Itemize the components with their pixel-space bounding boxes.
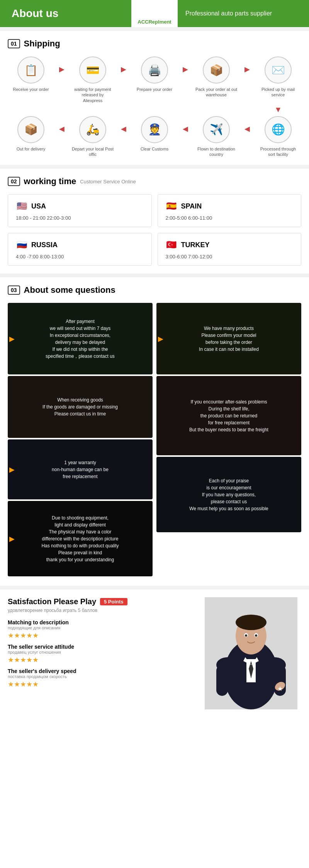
step-label-3: Prepare your order (137, 87, 172, 92)
svg-point-5 (236, 615, 267, 630)
sat-item-title-3: The seller's delivery speed (8, 668, 193, 674)
step-label-5: Picked up by mail service (257, 87, 299, 98)
country-card-turkey: 🇹🇷 TURKEY 3:00-6:00 7:00-12:00 (158, 233, 302, 266)
arrow-r4: ◀ (244, 125, 250, 133)
q-text-1: After paymentwe will send out within 7 d… (46, 318, 115, 360)
flag-turkey: 🇹🇷 (166, 239, 177, 251)
step-customs: 👮 Clear Customs (133, 116, 176, 152)
step-circle-3: 🖨️ (141, 56, 168, 84)
q-arrow-r1: ▶ (158, 335, 163, 343)
step-label-4: Pack your order at out warehouse (195, 87, 238, 98)
step-circle-2: 💳 (79, 56, 106, 84)
about-us-title: About us (12, 7, 58, 20)
step-label-1: Receive your order (13, 87, 49, 92)
step-circle-10: 🌐 (265, 116, 292, 143)
sat-item-1: Matching to description подходящие для о… (8, 619, 193, 640)
brand-name: ACCReplment (138, 19, 171, 27)
sat-right: ★ (201, 597, 301, 709)
questions-title-row: 03 About some questions (8, 285, 301, 295)
shipping-row-2: 📦 Out for delivery ◀ 🛵 Depart your local… (8, 116, 301, 157)
satisfaction-section: Satisfaction Please Play 5 Points удовле… (0, 589, 309, 717)
q-text-4: Due to shooting equipment,light and disp… (41, 514, 119, 563)
step-circle-9: ✈️ (203, 116, 230, 143)
section-num-01: 01 (8, 39, 20, 48)
q-left-block-2: When receiving goodsIf the goods are dam… (8, 376, 153, 438)
questions-section: 03 About some questions ▶ After paymentw… (0, 277, 309, 586)
step-prepare: 🖨️ Prepare your order (133, 56, 176, 92)
sat-item-sub-3: поставка продавцом скорость (8, 674, 193, 679)
q-left-panel: ▶ After paymentwe will send out within 7… (8, 303, 153, 578)
step-pack: 📦 Pack your order at out warehouse (195, 56, 238, 98)
svg-rect-12 (216, 665, 228, 696)
q-overlay-1: ▶ After paymentwe will send out within 7… (8, 303, 153, 374)
q-arrow-3: ▶ (9, 465, 15, 474)
q-overlay-3: ▶ 1 year warrantynon-human damage can be… (8, 439, 153, 499)
step-circle-5: ✉️ (265, 56, 292, 84)
q-overlay-r1: ▶ We have many productsPlease confirm yo… (156, 303, 301, 374)
arrow-r3: ◀ (183, 125, 188, 133)
hours-spain: 2:00-5:00 6:00-11:00 (166, 215, 294, 221)
q-arrow-4: ▶ (9, 535, 15, 543)
q-left-block-4: ▶ Due to shooting equipment,light and di… (8, 501, 153, 576)
country-card-russia: 🇷🇺 RUSSIA 4:00 -7:00 8:00-13:00 (8, 233, 152, 266)
q-arrow-1: ▶ (9, 335, 15, 343)
q-right-panel: ▶ We have many productsPlease confirm yo… (156, 303, 301, 578)
step-label-2: waiting for payment released by Aliexpre… (71, 87, 114, 103)
step-label-7: Depart your local Post offic (71, 146, 114, 157)
shipping-title-row: 01 Shipping (8, 39, 301, 49)
shipping-row-1: 📋 Receive your order ▶ 💳 waiting for pay… (8, 56, 301, 103)
hours-russia: 4:00 -7:00 8:00-13:00 (16, 254, 144, 260)
q-text-2: When receiving goodsIf the goods are dam… (42, 396, 118, 417)
q-left-block-3: ▶ 1 year warrantynon-human damage can be… (8, 439, 153, 499)
sat-subtitle: удовлетворение просьба играть 5 баллов (8, 608, 193, 613)
arrow-2: ▶ (121, 65, 126, 73)
q-text-r3: Each of your praiseis our encouragementI… (189, 477, 268, 512)
q-overlay-4: ▶ Due to shooting equipment,light and di… (8, 501, 153, 576)
country-card-spain: 🇪🇸 SPAIN 2:00-5:00 6:00-11:00 (158, 194, 302, 227)
arrow-3: ▶ (183, 65, 188, 73)
step-out-delivery: 📦 Out for delivery (10, 116, 52, 152)
stars-1: ★★★★★ (8, 631, 193, 640)
stars-2: ★★★★★ (8, 656, 193, 664)
q-right-block-1: ▶ We have many productsPlease confirm yo… (156, 303, 301, 374)
step-circle-8: 👮 (141, 116, 168, 143)
shipping-section: 01 Shipping 📋 Receive your order ▶ 💳 wai… (0, 31, 309, 165)
working-title-row: 02 working time Customer Service Online (8, 176, 301, 186)
arrow-r1: ◀ (59, 125, 65, 133)
hours-turkey: 3:00-6:00 7:00-12:00 (166, 254, 294, 260)
step-local-post: 🛵 Depart your local Post offic (71, 116, 114, 157)
points-badge: 5 Points (100, 598, 127, 605)
tagline-text: Professional auto parts supplier (185, 10, 272, 17)
working-sub: Customer Service Online (80, 179, 136, 185)
sat-item-2: The seller service attitude продавец усл… (8, 644, 193, 664)
working-time-section: 02 working time Customer Service Online … (0, 169, 309, 273)
shipping-label: Shipping (24, 39, 60, 49)
step-label-10: Processed through sort facility (257, 146, 299, 157)
header-tagline-area: Professional auto parts supplier (178, 0, 309, 27)
q-right-block-3: Each of your praiseis our encouragementI… (156, 457, 301, 532)
step-circle-4: 📦 (203, 56, 230, 84)
step-label-8: Clear Customs (141, 146, 169, 152)
section-num-02: 02 (8, 177, 20, 186)
step-sort: 🌐 Processed through sort facility (257, 116, 299, 157)
q-text-r1: We have many productsPlease confirm your… (199, 325, 259, 353)
header-brand-center: ACCReplment (131, 0, 178, 27)
q-overlay-r3: Each of your praiseis our encouragementI… (156, 457, 301, 532)
stars-3: ★★★★★ (8, 680, 193, 689)
arrow-1: ▶ (59, 65, 65, 73)
down-arrow: ▼ (8, 105, 301, 114)
step-circle-1: 📋 (17, 56, 44, 84)
sat-item-sub-2: продавец услуг отношения (8, 650, 193, 654)
sat-title-row: Satisfaction Please Play 5 Points (8, 597, 193, 606)
flag-usa: 🇺🇸 (16, 200, 27, 212)
svg-point-9 (255, 634, 257, 637)
questions-label: About some questions (24, 285, 115, 295)
q-text-3: 1 year warrantynon-human damage can befr… (52, 459, 109, 480)
questions-grid: ▶ After paymentwe will send out within 7… (8, 303, 301, 578)
q-overlay-2: When receiving goodsIf the goods are dam… (8, 376, 153, 438)
step-circle-6: 📦 (17, 116, 44, 143)
sat-title-text: Satisfaction Please Play (8, 597, 96, 606)
country-grid: 🇺🇸 USA 18:00 - 21:00 22:00-3:00 🇪🇸 SPAIN… (8, 194, 301, 266)
q-overlay-r2: If you encounter after-sales problemsDur… (156, 376, 301, 455)
country-name-usa: 🇺🇸 USA (16, 200, 144, 212)
